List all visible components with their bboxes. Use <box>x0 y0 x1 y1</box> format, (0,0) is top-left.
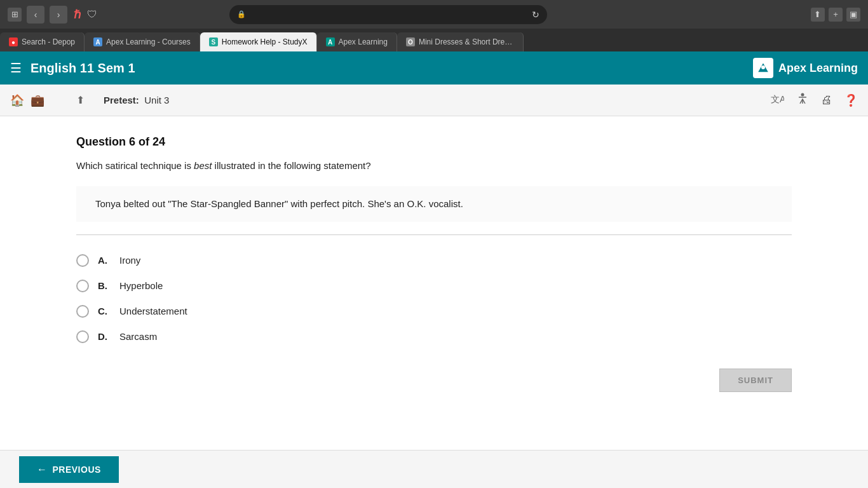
option-c[interactable]: C. Understatement <box>76 299 792 324</box>
home-icon[interactable]: 🏠 <box>10 93 24 107</box>
option-a-letter: A. <box>98 255 111 266</box>
tab-favicon-depop: ● <box>9 37 18 46</box>
radio-a[interactable] <box>76 254 89 267</box>
address-bar[interactable]: 🔒 course.apexlearning.com ↻ <box>229 5 547 24</box>
quote-text: Tonya belted out "The Star-Spangled Bann… <box>95 198 463 209</box>
sub-header-left: 🏠 💼 ⬆ Pretest: Unit 3 <box>10 93 169 107</box>
h-icon: ℏ <box>74 8 81 22</box>
sub-header: 🏠 💼 ⬆ Pretest: Unit 3 文A 🖨 ❓ <box>0 85 868 116</box>
unit-label: Unit 3 <box>144 95 169 105</box>
main-content: Question 6 of 24 Which satirical techniq… <box>0 116 868 424</box>
option-c-text: Understatement <box>119 306 187 316</box>
prompt-start: Which satirical technique is <box>76 160 194 171</box>
options-list: A. Irony B. Hyperbole C. Understatement … <box>76 248 792 349</box>
forward-btn[interactable]: › <box>50 6 67 24</box>
tab-favicon-apex-courses: A <box>93 37 102 46</box>
translate-icon[interactable]: 文A <box>770 92 784 109</box>
radio-c[interactable] <box>76 305 89 318</box>
option-c-letter: C. <box>98 306 111 316</box>
option-a-text: Irony <box>119 255 140 266</box>
quote-box: Tonya belted out "The Star-Spangled Bann… <box>76 186 792 222</box>
briefcase-icon[interactable]: 💼 <box>31 93 44 107</box>
shield-icon: 🛡 <box>87 9 97 20</box>
sub-header-right: 文A 🖨 ❓ <box>770 92 858 109</box>
option-a[interactable]: A. Irony <box>76 248 792 273</box>
lock-icon: 🔒 <box>237 10 246 18</box>
tab-label-depop: Search - Depop <box>22 37 75 46</box>
option-d[interactable]: D. Sarcasm <box>76 324 792 349</box>
option-d-text: Sarcasm <box>119 331 157 342</box>
hamburger-icon[interactable]: ☰ <box>10 60 22 76</box>
print-icon[interactable]: 🖨 <box>821 93 832 107</box>
browser-chrome: ⊞ ‹ › ℏ 🛡 🔒 course.apexlearning.com ↻ ⬆ … <box>0 0 868 29</box>
option-b[interactable]: B. Hyperbole <box>76 273 792 299</box>
pretest-label: Pretest: Unit 3 <box>104 95 169 105</box>
app-title: English 11 Sem 1 <box>31 61 753 76</box>
tab-outca[interactable]: O Mini Dresses & Short Dresses | Outca..… <box>397 32 524 51</box>
svg-point-1 <box>761 65 765 69</box>
tab-label-apex: Apex Learning <box>339 37 388 46</box>
pretest-bold: Pretest: <box>104 95 139 105</box>
submit-row: SUBMIT <box>76 369 792 392</box>
question-prompt: Which satirical technique is best illust… <box>76 159 792 173</box>
help-icon[interactable]: ❓ <box>844 93 858 107</box>
apex-logo-text: Apex Learning <box>778 62 858 75</box>
back-btn[interactable]: ‹ <box>27 6 44 24</box>
submit-button[interactable]: SUBMIT <box>719 369 792 392</box>
tab-depop[interactable]: ● Search - Depop <box>0 32 85 51</box>
tab-label-studyx: Homework Help - StudyX <box>222 37 308 46</box>
tab-label-outca: Mini Dresses & Short Dresses | Outca... <box>419 37 514 46</box>
apex-logo-icon <box>753 58 773 78</box>
previous-label: PREVIOUS <box>53 464 101 475</box>
option-b-text: Hyperbole <box>119 280 163 291</box>
new-tab-btn[interactable]: + <box>829 8 843 22</box>
tab-favicon-apex: A <box>326 37 335 46</box>
radio-b[interactable] <box>76 280 89 292</box>
share-btn[interactable]: ⬆ <box>811 8 825 22</box>
prompt-italic: best <box>194 160 212 171</box>
address-input[interactable]: course.apexlearning.com <box>251 10 527 19</box>
option-b-letter: B. <box>98 280 111 291</box>
accessibility-icon[interactable] <box>796 92 810 109</box>
divider <box>76 234 792 235</box>
refresh-icon[interactable]: ↻ <box>532 10 539 20</box>
arrow-left-icon: ← <box>37 464 48 475</box>
apex-logo: Apex Learning <box>753 58 858 78</box>
svg-text:文A: 文A <box>771 94 784 104</box>
prompt-end: illustrated in the following statement? <box>212 160 370 171</box>
browser-right-controls: ⬆ + ▣ <box>806 8 860 22</box>
tab-apex-courses[interactable]: A Apex Learning - Courses <box>85 32 200 51</box>
tab-grid-btn[interactable]: ▣ <box>846 8 860 22</box>
svg-point-3 <box>801 93 804 97</box>
tab-bar: ● Search - Depop A Apex Learning - Cours… <box>0 29 868 51</box>
option-d-letter: D. <box>98 331 111 342</box>
tab-favicon-studyx: S <box>209 37 218 46</box>
radio-d[interactable] <box>76 330 89 343</box>
upload-icon[interactable]: ⬆ <box>76 94 85 106</box>
bottom-bar: ← PREVIOUS <box>0 450 868 488</box>
question-title: Question 6 of 24 <box>76 135 792 149</box>
app-header: ☰ English 11 Sem 1 Apex Learning <box>0 51 868 85</box>
tab-studyx[interactable]: S Homework Help - StudyX <box>200 32 317 51</box>
browser-controls: ⊞ ‹ › <box>8 6 67 24</box>
tab-apex[interactable]: A Apex Learning <box>317 32 397 51</box>
tab-label-apex-courses: Apex Learning - Courses <box>106 37 191 46</box>
tab-favicon-outca: O <box>406 37 415 46</box>
sidebar-toggle-btn[interactable]: ⊞ <box>8 8 22 22</box>
previous-button[interactable]: ← PREVIOUS <box>19 456 119 483</box>
